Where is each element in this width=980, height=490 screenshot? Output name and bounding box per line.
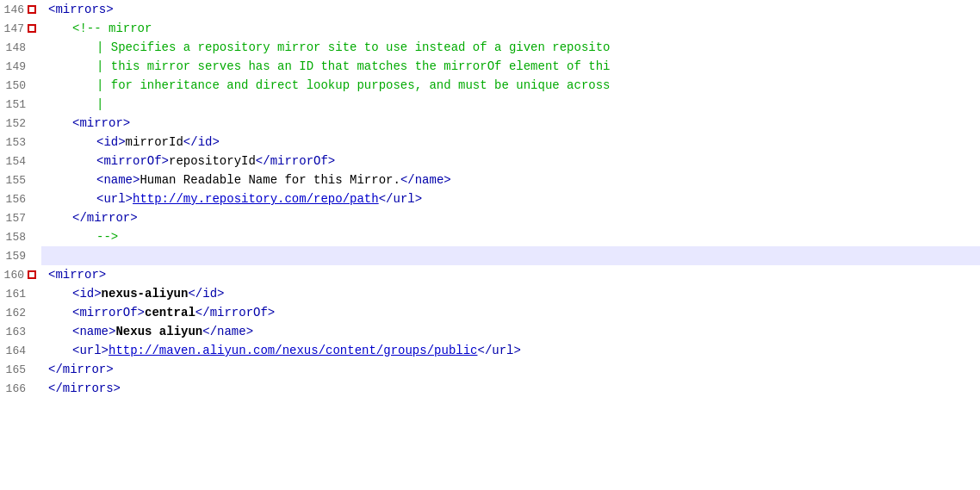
code-token: http://my.repository.com/repo/path	[133, 192, 379, 206]
code-token: <mirrorOf>	[72, 306, 145, 319]
code-line-160: <mirror>	[41, 265, 980, 284]
code-token: <mirrors>	[48, 3, 114, 16]
code-token: repositoryId	[169, 154, 256, 168]
code-token: <url>	[72, 344, 109, 357]
code-token: <mirrorOf>	[96, 154, 169, 168]
code-token: </mirror>	[72, 211, 138, 225]
code-token: </id>	[183, 135, 220, 149]
code-line-158: -->	[41, 227, 980, 246]
code-token: </url>	[478, 344, 521, 357]
code-token: <id>	[72, 287, 102, 301]
line-number-146: 146	[0, 0, 41, 19]
code-line-159	[41, 246, 980, 265]
code-token: </mirrors>	[48, 381, 121, 395]
line-number-160: 160	[0, 265, 41, 284]
code-line-146: <mirrors>	[41, 0, 980, 19]
code-line-166: </mirrors>	[41, 379, 980, 398]
code-line-163: <name>Nexus aliyun</name>	[41, 322, 980, 341]
code-token: Human Readable Name for this Mirror.	[140, 173, 400, 187]
code-token: | this mirror serves has an ID that matc…	[96, 59, 611, 73]
line-number-148: 148	[0, 38, 41, 57]
code-token: </mirrorOf>	[195, 306, 275, 319]
line-number-150: 150	[0, 76, 41, 95]
code-token: <mirror>	[72, 116, 130, 130]
code-token: Nexus aliyun	[115, 325, 202, 338]
code-line-153: <id>mirrorId</id>	[41, 133, 980, 152]
code-token: central	[145, 306, 195, 319]
code-token: http://maven.aliyun.com/nexus/content/gr…	[109, 344, 477, 357]
code-token: </name>	[400, 173, 451, 187]
code-line-152: <mirror>	[41, 114, 980, 133]
code-line-148: | Specifies a repository mirror site to …	[41, 38, 980, 57]
code-line-155: <name>Human Readable Name for this Mirro…	[41, 171, 980, 189]
breakpoint-icon[interactable]	[26, 22, 38, 34]
code-token: | for inheritance and direct lookup purp…	[96, 78, 611, 92]
code-token: <name>	[72, 325, 115, 338]
code-token: <mirror>	[48, 268, 106, 282]
code-line-150: | for inheritance and direct lookup purp…	[41, 76, 980, 95]
code-content: <mirrors><!-- mirror| Specifies a reposi…	[41, 0, 980, 490]
code-token: </url>	[379, 192, 422, 206]
code-line-157: </mirror>	[41, 208, 980, 227]
code-line-156: <url>http://my.repository.com/repo/path<…	[41, 189, 980, 208]
code-token: nexus-aliyun	[102, 287, 189, 301]
code-token: | Specifies a repository mirror site to …	[96, 40, 611, 54]
code-line-147: <!-- mirror	[41, 19, 980, 38]
line-number-157: 157	[0, 208, 41, 227]
line-number-163: 163	[0, 322, 41, 341]
code-token: </name>	[202, 325, 253, 338]
code-token: <name>	[96, 173, 140, 187]
code-token: <!-- mirror	[72, 22, 152, 35]
line-number-159: 159	[0, 246, 41, 265]
line-number-166: 166	[0, 379, 41, 398]
code-token: <url>	[96, 192, 133, 206]
code-line-164: <url>http://maven.aliyun.com/nexus/conte…	[41, 341, 980, 360]
line-number-149: 149	[0, 57, 41, 76]
line-number-147: 147	[0, 19, 41, 38]
code-token: <id>	[96, 135, 126, 149]
breakpoint-icon[interactable]	[26, 3, 38, 16]
line-number-165: 165	[0, 360, 41, 379]
line-number-154: 154	[0, 152, 41, 171]
line-number-156: 156	[0, 189, 41, 208]
line-number-164: 164	[0, 341, 41, 360]
code-editor: 1461471481491501511521531541551561571581…	[0, 0, 980, 490]
code-token: mirrorId	[126, 135, 183, 149]
code-line-154: <mirrorOf>repositoryId</mirrorOf>	[41, 152, 980, 171]
code-token: -->	[96, 230, 118, 244]
line-number-162: 162	[0, 303, 41, 322]
line-number-151: 151	[0, 95, 41, 114]
code-token: </mirror>	[48, 363, 114, 376]
breakpoint-icon[interactable]	[26, 269, 38, 281]
line-numbers-gutter: 1461471481491501511521531541551561571581…	[0, 0, 41, 490]
line-number-158: 158	[0, 227, 41, 246]
code-line-161: <id>nexus-aliyun</id>	[41, 284, 980, 303]
line-number-161: 161	[0, 284, 41, 303]
code-line-165: </mirror>	[41, 360, 980, 379]
line-number-152: 152	[0, 114, 41, 133]
line-number-155: 155	[0, 171, 41, 189]
line-number-153: 153	[0, 133, 41, 152]
code-token: |	[96, 97, 103, 111]
code-line-149: | this mirror serves has an ID that matc…	[41, 57, 980, 76]
code-token: </id>	[188, 287, 224, 301]
code-line-151: |	[41, 95, 980, 114]
code-token: </mirrorOf>	[256, 154, 335, 168]
code-line-162: <mirrorOf>central</mirrorOf>	[41, 303, 980, 322]
